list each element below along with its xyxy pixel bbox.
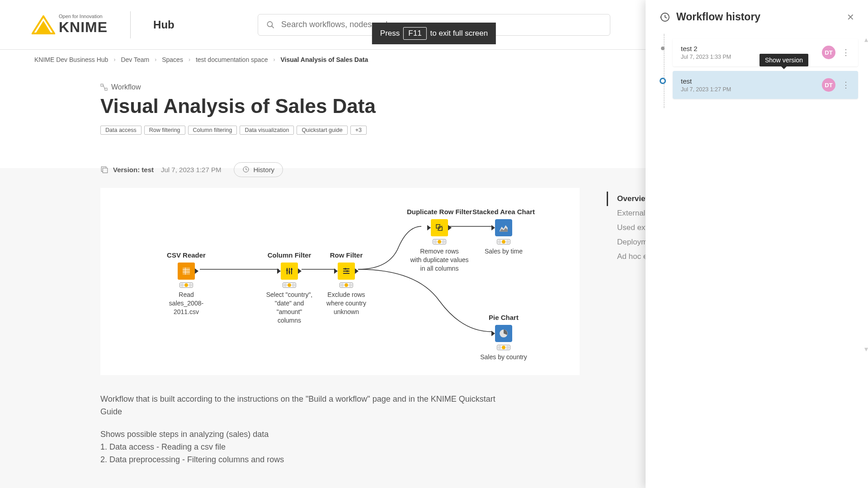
svg-rect-9 [183, 267, 190, 275]
timeline-dot-selected [660, 78, 666, 84]
node-pie-chart[interactable]: Pie Chart Sales by country [467, 314, 540, 361]
node-stacked-area[interactable]: Stacked Area Chart Sales by time [467, 208, 540, 256]
svg-rect-24 [436, 225, 440, 228]
tag[interactable]: Data visualization [240, 126, 294, 135]
logo-triangle-icon [32, 15, 55, 34]
panel-body: test 2 Jul 7, 2023 1:33 PM DT ⋮ Show ver… [646, 34, 868, 108]
avatar: DT [822, 78, 835, 92]
logo-area: Open for Innovation KNIME Hub [32, 11, 175, 38]
svg-point-22 [344, 268, 346, 270]
version-card-selected[interactable]: Show version test Jul 7, 2023 1:27 PM DT… [673, 71, 858, 99]
version-date: Jul 7, 2023 1:27 PM [681, 86, 731, 93]
history-icon [659, 12, 670, 23]
svg-rect-5 [103, 168, 108, 173]
version-name: test [681, 77, 731, 85]
dup-filter-icon [435, 223, 444, 232]
svg-point-23 [346, 270, 348, 272]
workflow-history-panel: Workflow history ✕ test 2 Jul 7, 2023 1:… [646, 0, 868, 488]
svg-rect-3 [105, 88, 107, 90]
svg-line-1 [272, 26, 274, 28]
chevron-right-icon: › [155, 56, 156, 63]
fs-rest: to exit full screen [430, 29, 488, 38]
divider [130, 11, 131, 38]
chevron-right-icon: › [273, 56, 275, 63]
version-date: Jul 7, 2023 1:33 PM [681, 54, 731, 60]
hub-label[interactable]: Hub [153, 19, 175, 31]
scrollbar[interactable]: ▴▾ [864, 35, 866, 353]
panel-title: Workflow history [676, 11, 760, 23]
breadcrumb-item[interactable]: Dev Team [121, 56, 149, 63]
breadcrumb-item-current: Visual Analysis of Sales Data [280, 56, 368, 63]
tag[interactable]: Quickstart guide [297, 126, 347, 135]
breadcrumb-item[interactable]: Spaces [162, 56, 183, 63]
node-row-filter[interactable]: Row Filter Exclude rows where country un… [319, 251, 373, 316]
history-icon [242, 166, 250, 173]
breadcrumb-item[interactable]: test documentation space [196, 56, 268, 63]
timeline-line [664, 34, 665, 108]
version-stack-icon [100, 165, 108, 174]
kebab-menu-icon[interactable]: ⋮ [842, 80, 850, 90]
svg-rect-2 [101, 84, 103, 86]
chevron-right-icon: › [189, 56, 190, 63]
area-chart-icon [499, 223, 509, 233]
column-filter-icon [285, 267, 294, 276]
node-column-filter[interactable]: Column Filter Select "country", "date" a… [262, 251, 316, 325]
version-label: Version: test [113, 166, 154, 174]
tag-more[interactable]: +3 [350, 126, 367, 135]
row-filter-icon [342, 267, 351, 276]
version-date: Jul 7, 2023 1:27 PM [161, 166, 221, 174]
breadcrumb-item[interactable]: KNIME Dev Business Hub [34, 56, 108, 63]
close-icon[interactable]: ✕ [847, 12, 854, 23]
csv-icon [182, 267, 191, 276]
svg-point-16 [286, 269, 288, 271]
fs-press: Press [380, 29, 400, 38]
svg-point-0 [267, 21, 272, 26]
logo-brand: KNIME [59, 19, 108, 36]
search-icon [266, 20, 275, 29]
kebab-menu-icon[interactable]: ⋮ [842, 47, 850, 57]
avatar: DT [822, 46, 835, 59]
knime-logo[interactable]: Open for Innovation KNIME [32, 14, 108, 36]
svg-point-18 [291, 268, 292, 270]
tooltip-show-version: Show version [760, 54, 808, 66]
chevron-right-icon: › [113, 56, 115, 63]
svg-point-17 [288, 271, 290, 273]
tag[interactable]: Row filtering [144, 126, 185, 135]
tag[interactable]: Data access [100, 126, 142, 135]
workflow-description: Workflow that is built according to the … [100, 375, 507, 484]
tag[interactable]: Column filtering [188, 126, 237, 135]
panel-header: Workflow history ✕ [646, 0, 868, 34]
f11-key: F11 [403, 27, 426, 40]
logo-tagline: Open for Innovation [59, 14, 108, 19]
node-csv-reader[interactable]: CSV Reader Read sales_2008-2011.csv [159, 251, 213, 316]
fullscreen-banner: Press F11 to exit full screen [372, 23, 496, 44]
workflow-canvas[interactable]: CSV Reader Read sales_2008-2011.csv Colu… [100, 188, 580, 375]
workflow-icon [100, 84, 108, 91]
version-name: test 2 [681, 45, 731, 52]
pie-chart-icon [499, 328, 509, 338]
timeline-dot [661, 47, 665, 50]
history-button[interactable]: History [234, 162, 283, 177]
